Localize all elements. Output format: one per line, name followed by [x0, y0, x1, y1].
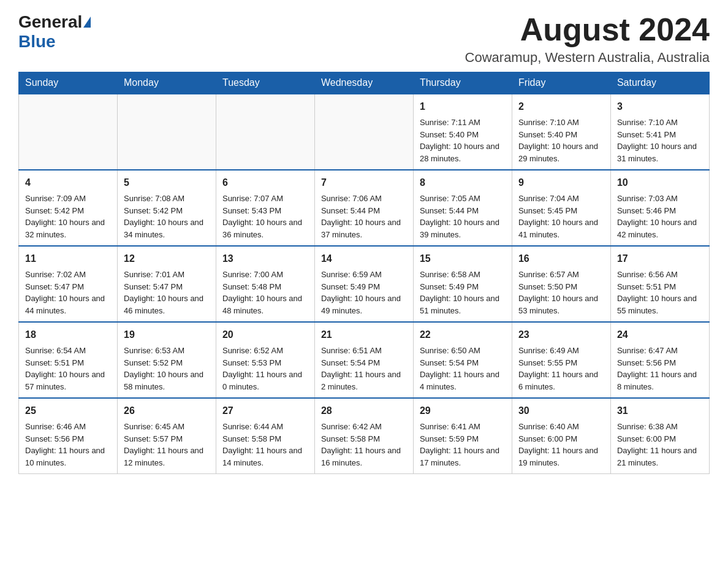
calendar-cell	[314, 94, 413, 170]
day-number: 1	[420, 99, 506, 114]
day-number: 26	[124, 404, 210, 418]
calendar-cell: 17Sunrise: 6:56 AMSunset: 5:51 PMDayligh…	[610, 246, 709, 322]
day-info: Sunrise: 6:54 AMSunset: 5:51 PMDaylight:…	[25, 345, 111, 393]
day-number: 10	[617, 175, 703, 190]
day-info: Sunrise: 6:38 AMSunset: 6:00 PMDaylight:…	[617, 421, 703, 469]
day-info: Sunrise: 6:42 AMSunset: 5:58 PMDaylight:…	[321, 421, 407, 469]
header-friday: Friday	[512, 72, 610, 94]
day-info: Sunrise: 6:59 AMSunset: 5:49 PMDaylight:…	[321, 269, 407, 316]
calendar-cell: 2Sunrise: 7:10 AMSunset: 5:40 PMDaylight…	[512, 94, 610, 170]
day-info: Sunrise: 6:53 AMSunset: 5:52 PMDaylight:…	[124, 345, 210, 393]
day-number: 30	[518, 404, 604, 418]
day-number: 19	[124, 327, 210, 342]
day-info: Sunrise: 7:03 AMSunset: 5:46 PMDaylight:…	[617, 193, 703, 240]
calendar-cell: 10Sunrise: 7:03 AMSunset: 5:46 PMDayligh…	[610, 170, 709, 246]
day-info: Sunrise: 6:47 AMSunset: 5:56 PMDaylight:…	[617, 345, 703, 393]
day-info: Sunrise: 7:08 AMSunset: 5:42 PMDaylight:…	[124, 193, 210, 240]
day-number: 24	[617, 327, 703, 342]
day-number: 11	[25, 251, 111, 266]
day-number: 20	[222, 327, 308, 342]
day-number: 6	[222, 175, 308, 190]
calendar-cell: 14Sunrise: 6:59 AMSunset: 5:49 PMDayligh…	[314, 246, 413, 322]
calendar-cell: 28Sunrise: 6:42 AMSunset: 5:58 PMDayligh…	[314, 398, 413, 474]
calendar-cell: 27Sunrise: 6:44 AMSunset: 5:58 PMDayligh…	[216, 398, 314, 474]
calendar-cell: 19Sunrise: 6:53 AMSunset: 5:52 PMDayligh…	[117, 322, 216, 398]
calendar-cell: 3Sunrise: 7:10 AMSunset: 5:41 PMDaylight…	[610, 94, 709, 170]
location-subtitle: Cowaramup, Western Australia, Australia	[465, 50, 710, 66]
calendar-cell: 13Sunrise: 7:00 AMSunset: 5:48 PMDayligh…	[216, 246, 314, 322]
day-info: Sunrise: 6:57 AMSunset: 5:50 PMDaylight:…	[518, 269, 604, 316]
calendar-cell	[19, 94, 118, 170]
calendar-cell: 31Sunrise: 6:38 AMSunset: 6:00 PMDayligh…	[610, 398, 709, 474]
calendar-cell: 16Sunrise: 6:57 AMSunset: 5:50 PMDayligh…	[512, 246, 610, 322]
day-info: Sunrise: 6:51 AMSunset: 5:54 PMDaylight:…	[321, 345, 407, 393]
calendar-cell: 15Sunrise: 6:58 AMSunset: 5:49 PMDayligh…	[413, 246, 512, 322]
calendar-week-5: 25Sunrise: 6:46 AMSunset: 5:56 PMDayligh…	[19, 398, 710, 474]
calendar-week-1: 1Sunrise: 7:11 AMSunset: 5:40 PMDaylight…	[19, 94, 710, 170]
calendar-header: SundayMondayTuesdayWednesdayThursdayFrid…	[19, 72, 710, 94]
calendar-cell: 22Sunrise: 6:50 AMSunset: 5:54 PMDayligh…	[413, 322, 512, 398]
day-info: Sunrise: 7:10 AMSunset: 5:41 PMDaylight:…	[617, 117, 703, 164]
day-info: Sunrise: 7:11 AMSunset: 5:40 PMDaylight:…	[420, 117, 506, 164]
day-number: 16	[518, 251, 604, 266]
header-saturday: Saturday	[610, 72, 709, 94]
calendar-cell: 29Sunrise: 6:41 AMSunset: 5:59 PMDayligh…	[413, 398, 512, 474]
calendar-cell: 12Sunrise: 7:01 AMSunset: 5:47 PMDayligh…	[117, 246, 216, 322]
month-title: August 2024	[465, 12, 710, 47]
day-number: 18	[25, 327, 111, 342]
day-number: 14	[321, 251, 407, 266]
day-number: 15	[420, 251, 506, 266]
day-info: Sunrise: 7:00 AMSunset: 5:48 PMDaylight:…	[222, 269, 308, 316]
calendar-cell: 18Sunrise: 6:54 AMSunset: 5:51 PMDayligh…	[19, 322, 118, 398]
day-number: 7	[321, 175, 407, 190]
logo-triangle-icon	[83, 17, 91, 28]
day-number: 9	[518, 175, 604, 190]
day-info: Sunrise: 7:02 AMSunset: 5:47 PMDaylight:…	[25, 269, 111, 316]
day-number: 13	[222, 251, 308, 266]
day-number: 25	[25, 404, 111, 418]
header-thursday: Thursday	[413, 72, 512, 94]
day-info: Sunrise: 7:06 AMSunset: 5:44 PMDaylight:…	[321, 193, 407, 240]
calendar-header-row: SundayMondayTuesdayWednesdayThursdayFrid…	[19, 72, 710, 94]
calendar-cell: 20Sunrise: 6:52 AMSunset: 5:53 PMDayligh…	[216, 322, 314, 398]
day-number: 3	[617, 99, 703, 114]
day-info: Sunrise: 6:46 AMSunset: 5:56 PMDaylight:…	[25, 421, 111, 469]
calendar-cell: 30Sunrise: 6:40 AMSunset: 6:00 PMDayligh…	[512, 398, 610, 474]
calendar-body: 1Sunrise: 7:11 AMSunset: 5:40 PMDaylight…	[19, 94, 710, 474]
day-info: Sunrise: 7:01 AMSunset: 5:47 PMDaylight:…	[124, 269, 210, 316]
day-number: 5	[124, 175, 210, 190]
day-info: Sunrise: 6:49 AMSunset: 5:55 PMDaylight:…	[518, 345, 604, 393]
calendar-cell: 7Sunrise: 7:06 AMSunset: 5:44 PMDaylight…	[314, 170, 413, 246]
day-number: 8	[420, 175, 506, 190]
day-info: Sunrise: 6:45 AMSunset: 5:57 PMDaylight:…	[124, 421, 210, 469]
header-wednesday: Wednesday	[314, 72, 413, 94]
calendar-cell: 8Sunrise: 7:05 AMSunset: 5:44 PMDaylight…	[413, 170, 512, 246]
day-info: Sunrise: 6:40 AMSunset: 6:00 PMDaylight:…	[518, 421, 604, 469]
calendar-week-3: 11Sunrise: 7:02 AMSunset: 5:47 PMDayligh…	[19, 246, 710, 322]
day-info: Sunrise: 6:44 AMSunset: 5:58 PMDaylight:…	[222, 421, 308, 469]
calendar-cell: 24Sunrise: 6:47 AMSunset: 5:56 PMDayligh…	[610, 322, 709, 398]
logo: General Blue	[18, 12, 92, 52]
day-number: 2	[518, 99, 604, 114]
calendar-cell: 21Sunrise: 6:51 AMSunset: 5:54 PMDayligh…	[314, 322, 413, 398]
calendar-cell: 9Sunrise: 7:04 AMSunset: 5:45 PMDaylight…	[512, 170, 610, 246]
day-info: Sunrise: 7:04 AMSunset: 5:45 PMDaylight:…	[518, 193, 604, 240]
calendar-week-4: 18Sunrise: 6:54 AMSunset: 5:51 PMDayligh…	[19, 322, 710, 398]
calendar-cell: 25Sunrise: 6:46 AMSunset: 5:56 PMDayligh…	[19, 398, 118, 474]
day-info: Sunrise: 6:41 AMSunset: 5:59 PMDaylight:…	[420, 421, 506, 469]
day-number: 4	[25, 175, 111, 190]
day-number: 31	[617, 404, 703, 418]
day-info: Sunrise: 6:50 AMSunset: 5:54 PMDaylight:…	[420, 345, 506, 393]
calendar-cell: 11Sunrise: 7:02 AMSunset: 5:47 PMDayligh…	[19, 246, 118, 322]
day-info: Sunrise: 7:09 AMSunset: 5:42 PMDaylight:…	[25, 193, 111, 240]
day-number: 22	[420, 327, 506, 342]
logo-general-text: General	[18, 12, 82, 32]
calendar-cell: 6Sunrise: 7:07 AMSunset: 5:43 PMDaylight…	[216, 170, 314, 246]
calendar-cell: 23Sunrise: 6:49 AMSunset: 5:55 PMDayligh…	[512, 322, 610, 398]
header-sunday: Sunday	[19, 72, 118, 94]
calendar-cell	[117, 94, 216, 170]
calendar-cell: 26Sunrise: 6:45 AMSunset: 5:57 PMDayligh…	[117, 398, 216, 474]
header-tuesday: Tuesday	[216, 72, 314, 94]
title-area: August 2024 Cowaramup, Western Australia…	[465, 12, 710, 66]
calendar-cell: 1Sunrise: 7:11 AMSunset: 5:40 PMDaylight…	[413, 94, 512, 170]
